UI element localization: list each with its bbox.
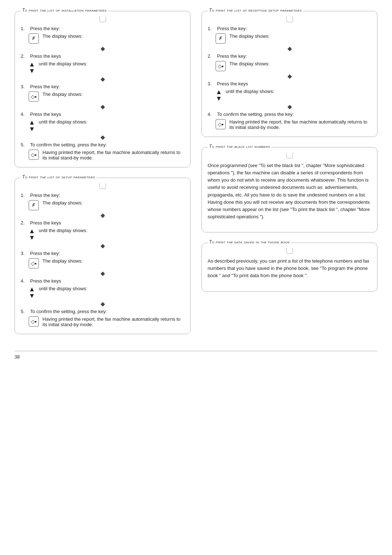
s2-diamond-3: ◆ [21,270,184,277]
diamond-2: ◆ [21,76,184,82]
notch2 [99,183,106,189]
notch1 [99,16,106,22]
r1-step-4: 4. To confirm the setting, press the key… [208,112,371,117]
r1-key-diamond-2: ◇■ [216,119,226,129]
left-column: To print the list of installation parame… [15,11,191,344]
step-5: 5. To confirm the setting, press the key… [21,142,184,147]
s2-step-5: 5. To confirm the setting, press the key… [21,309,184,314]
r1-key-row-diamond-2: ◇■ Having printed the report, the fax ma… [216,119,371,130]
notch-r2 [286,153,293,158]
s2-key-diamond-2: ◇■ [29,316,39,327]
s2-diamond-4: ◆ [21,300,184,307]
r1-diamond-1: ◆ [208,45,371,52]
diamond-1: ◆ [21,45,184,52]
black-list-body: Once programmed (see "To set the black l… [208,162,371,220]
step-3: 3. Press the key: [21,84,184,89]
r1-key-F: F [216,33,226,44]
page-number: 38 [15,351,377,360]
s2-diamond-1: ◆ [21,212,184,219]
r1-arrow-section: ▲▼ until the display shows: [216,89,371,102]
key-F-1: F [29,33,39,44]
r1-arrow: ▲▼ [216,89,222,102]
arrow-updown-1: ▲▼ [29,61,35,74]
columns: To print the list of installation parame… [15,11,377,344]
page: To print the list of installation parame… [15,11,377,360]
notch-r1 [286,16,293,22]
s2-step-1: 1. Press the key: [21,193,184,198]
diamond-3: ◆ [21,103,184,110]
s2-diamond-2: ◆ [21,242,184,249]
s2-key-row-F: F The display shows: [29,200,184,210]
phone-book-body: As described previously, you can print a… [208,258,371,279]
s2-step-4: 4. Press the keys [21,278,184,284]
diamond-4: ◆ [21,134,184,141]
r1-step-1: 1. Press the key: [208,26,371,31]
r1-diamond-3: ◆ [208,103,371,110]
step-1: 1. Press the key: [21,26,184,31]
r1-key-row-F: F The display shows: [216,33,371,44]
r1-step-3: 3. Press the keys [208,81,371,86]
step-4: 4. Press the keys [21,112,184,117]
key-diamond-1: ◇■ [29,92,39,102]
section-installation-params: To print the list of installation parame… [15,11,191,167]
s2-arrow-section-2: ▲▼ until the display shows: [29,286,184,299]
section-r3-title: To print the data saved in the phone boo… [208,239,291,244]
step-2: 2. Press the keys [21,53,184,59]
key-row-diamond-2: ◇■ Having printed the report, the fax ma… [29,150,184,161]
section1-title: To print the list of installation parame… [21,8,108,13]
arrow-section-2: ▲▼ until the display shows: [29,119,184,132]
s2-step-3: 3. Press the key: [21,251,184,256]
r1-key-row-diamond-1: ◇■ The display shows: [216,61,371,71]
key-diamond-2: ◇■ [29,150,39,160]
arrow-section-1: ▲▼ until the display shows: [29,61,184,74]
section2-title: To print the list of setup parameters [21,174,97,179]
r1-diamond-2: ◆ [208,73,371,80]
s2-step-2: 2. Press the keys [21,220,184,226]
section-r1-title: To print the list of reception setup par… [208,8,303,13]
s2-arrow-1: ▲▼ [29,228,35,241]
s2-key-row-diamond-2: ◇■ Having printed the report, the fax ma… [29,316,184,327]
arrow-updown-2: ▲▼ [29,119,35,132]
section-setup-params: To print the list of setup parameters 1.… [15,178,191,334]
notch-r3 [286,248,293,254]
section-black-list: To print the black list numbers Once pro… [201,147,377,232]
r1-key-diamond-1: ◇■ [216,61,226,71]
section-r2-title: To print the black list numbers [208,144,271,149]
r1-step-2: 2. Press the key: [208,53,371,59]
s2-arrow-2: ▲▼ [29,286,35,299]
section-phone-book: To print the data saved in the phone boo… [201,243,377,291]
s2-arrow-section-1: ▲▼ until the display shows: [29,228,184,241]
s2-key-row-diamond: ◇■ The display shows: [29,258,184,268]
s2-key-diamond-1: ◇■ [29,258,39,268]
key-row-F-1: F The display shows: [29,33,184,44]
key-row-diamond-1: ◇■ The display shows: [29,92,184,102]
right-column: To print the list of reception setup par… [201,11,377,344]
s2-key-F: F [29,200,39,210]
section-reception-params: To print the list of reception setup par… [201,11,377,137]
